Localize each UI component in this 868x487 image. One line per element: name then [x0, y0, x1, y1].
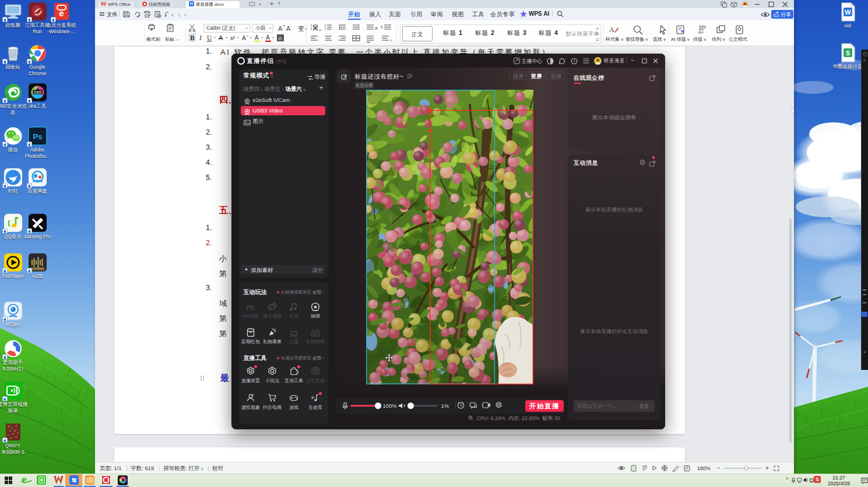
svg-text:OBS: OBS [33, 90, 41, 94]
svg-text:PK: PK [246, 304, 255, 311]
svg-text:S: S [845, 50, 849, 57]
svg-text:e: e [59, 8, 64, 18]
svg-text:文: 文 [863, 58, 866, 62]
svg-text:A: A [255, 34, 259, 41]
svg-text:x²: x² [230, 35, 236, 41]
svg-text:U: U [207, 34, 212, 41]
svg-text:A: A [266, 34, 270, 41]
svg-text:I: I [199, 34, 202, 41]
svg-text:A≡: A≡ [698, 30, 704, 34]
svg-text:W: W [845, 9, 851, 16]
svg-text:180%: 180% [697, 465, 711, 471]
svg-text:-: - [291, 24, 293, 28]
svg-text:变: 变 [298, 25, 304, 32]
svg-text:Ps: Ps [33, 132, 42, 141]
svg-text:A: A [286, 25, 291, 32]
svg-text:v: v [214, 36, 216, 39]
svg-text:粘贴: 粘贴 [165, 37, 174, 42]
svg-text:v: v [184, 13, 187, 17]
svg-text:v: v [237, 36, 239, 39]
svg-text:+: + [283, 24, 285, 28]
svg-text:?: ? [573, 59, 575, 63]
svg-text:A: A [375, 26, 378, 30]
svg-text:v: v [226, 36, 227, 39]
svg-text:^: ^ [247, 35, 248, 38]
svg-text:v: v [305, 27, 307, 30]
svg-text:v: v [390, 38, 392, 42]
svg-text:v: v [272, 36, 274, 39]
svg-text:A: A [609, 26, 614, 34]
svg-text:+: + [765, 465, 769, 471]
svg-text:+: + [863, 350, 866, 355]
svg-text:A: A [219, 34, 223, 41]
svg-text:v: v [261, 36, 263, 39]
svg-text:v: v [171, 13, 174, 17]
svg-text:A: A [242, 35, 246, 41]
svg-text:v: v [250, 36, 252, 39]
svg-text:−: − [717, 465, 721, 471]
svg-text:B: B [190, 34, 195, 41]
svg-text:格式刷: 格式刷 [146, 37, 160, 42]
svg-text:A: A [278, 25, 283, 32]
svg-text:A: A [279, 36, 282, 41]
svg-text:v: v [177, 38, 178, 41]
